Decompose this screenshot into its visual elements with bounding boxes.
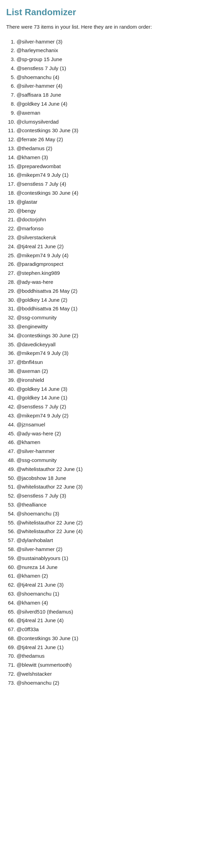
- list-item: @paradigmprospect: [17, 260, 215, 269]
- list-item: @khamen (4): [17, 598, 215, 607]
- list-item: @tj4real 21 June (2): [17, 242, 215, 251]
- page-title: List Randomizer: [6, 7, 215, 18]
- list-item: @boddhisattva 26 May (2): [17, 287, 215, 296]
- list-item: @silverd510 (thedamus): [17, 607, 215, 616]
- list-item: @khamen (2): [17, 571, 215, 580]
- list-item: @shoemanchu (2): [17, 678, 215, 687]
- list-item: @harleymechanix: [17, 46, 215, 55]
- list-item: @ssg-community: [17, 456, 215, 465]
- list-item: @doctorjohn: [17, 215, 215, 224]
- list-item: @saffisara 18 June: [17, 90, 215, 99]
- list-item: @thedamus: [17, 652, 215, 660]
- list-item: @mikepm74 9 July (4): [17, 251, 215, 260]
- list-item: @senstless 7 July (3): [17, 491, 215, 500]
- list-item: @axeman: [17, 108, 215, 117]
- list-item: @stephen.king989: [17, 269, 215, 278]
- list-item: @sustainablyyours (1): [17, 554, 215, 563]
- list-item: @jznsamuel: [17, 420, 215, 429]
- list-item: @contestkings 30 June (3): [17, 126, 215, 135]
- list-item: @silverstackeruk: [17, 233, 215, 242]
- list-item: @c0ff33a: [17, 625, 215, 634]
- list-item: @tj4real 21 June (3): [17, 580, 215, 589]
- list-item: @welshstacker: [17, 669, 215, 678]
- list-item: @goldkey 14 June (2): [17, 296, 215, 305]
- list-item: @whitelistauthor 22 June (1): [17, 465, 215, 474]
- list-item: @ssg-community: [17, 313, 215, 322]
- list-item: @tj4real 21 June (1): [17, 643, 215, 652]
- list-item: @ironshield: [17, 376, 215, 385]
- list-item: @mikepm74 9 July (2): [17, 411, 215, 420]
- list-item: @tbnfl4sun: [17, 358, 215, 367]
- list-item: @dylanhobalart: [17, 536, 215, 545]
- list-item: @bengy: [17, 206, 215, 215]
- list-item: @khamen (3): [17, 153, 215, 162]
- list-item: @enginewitty: [17, 322, 215, 331]
- list-item: @ferrate 26 May (2): [17, 135, 215, 144]
- list-item: @contestkings 30 June (1): [17, 634, 215, 643]
- list-item: @contestkings 30 June (4): [17, 189, 215, 197]
- list-item: @davedickeyyall: [17, 340, 215, 349]
- list-item: @tj4real 21 June (4): [17, 616, 215, 625]
- list-item: @glastar: [17, 197, 215, 206]
- list-item: @goldkey 14 June (3): [17, 385, 215, 394]
- list-item: @preparedwombat: [17, 162, 215, 171]
- list-item: @contestkings 30 June (2): [17, 331, 215, 340]
- list-item: @goldkey 14 June (1): [17, 393, 215, 402]
- list-item: @ady-was-here: [17, 278, 215, 287]
- list-item: @senstless 7 July (4): [17, 180, 215, 189]
- list-item: @silver-hammer (3): [17, 37, 215, 46]
- list-item: @blewitt (summertooth): [17, 660, 215, 669]
- list-item: @sp-group 15 June: [17, 55, 215, 64]
- list-item: @clumsysilverdad: [17, 117, 215, 126]
- list-item: @whitelistauthor 22 June (4): [17, 527, 215, 536]
- randomized-list: @silver-hammer (3)@harleymechanix@sp-gro…: [6, 37, 215, 687]
- list-item: @marfonso: [17, 224, 215, 233]
- list-item: @mikepm74 9 July (1): [17, 171, 215, 180]
- list-item: @mikepm74 9 July (3): [17, 349, 215, 358]
- list-item: @silver-hammer (2): [17, 545, 215, 554]
- list-item: @khamen: [17, 438, 215, 447]
- list-item: @shoemanchu (3): [17, 509, 215, 518]
- intro-text: There were 73 items in your list. Here t…: [6, 23, 215, 31]
- list-item: @jacobshow 18 June: [17, 474, 215, 483]
- list-item: @shoemanchu (4): [17, 73, 215, 82]
- list-item: @silver-hammer (4): [17, 81, 215, 90]
- list-item: @goldkey 14 June (4): [17, 99, 215, 108]
- list-item: @boddhisattva 26 May (1): [17, 304, 215, 313]
- list-item: @shoemanchu (1): [17, 589, 215, 598]
- list-item: @silver-hammer: [17, 447, 215, 456]
- list-item: @senstless 7 July (1): [17, 64, 215, 73]
- list-item: @nureza 14 June: [17, 563, 215, 572]
- list-item: @axeman (2): [17, 367, 215, 376]
- list-item: @senstless 7 July (2): [17, 402, 215, 411]
- list-item: @ady-was-here (2): [17, 429, 215, 438]
- list-item: @thedamus (2): [17, 144, 215, 153]
- list-item: @whitelistauthor 22 June (3): [17, 482, 215, 491]
- list-item: @thealliance: [17, 500, 215, 509]
- list-item: @whitelistauthor 22 June (2): [17, 518, 215, 527]
